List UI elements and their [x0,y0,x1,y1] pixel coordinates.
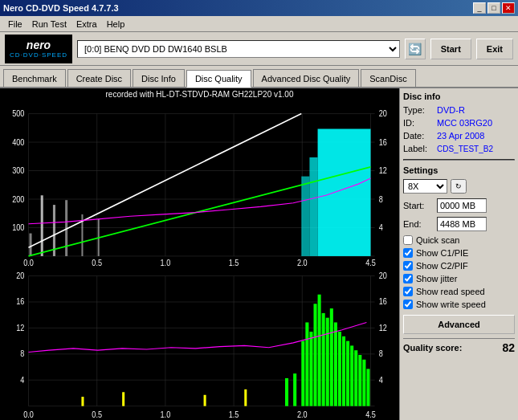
svg-rect-74 [314,304,317,406]
menu-file[interactable]: File [3,18,27,31]
svg-rect-87 [366,369,369,406]
svg-text:1.5: 1.5 [229,258,239,267]
svg-text:500: 500 [12,108,25,118]
show-jitter-label: Show jitter [416,274,457,283]
tab-createdisc[interactable]: Create Disc [67,69,131,87]
show-c2pif-row[interactable]: Show C2/PIF [403,261,515,271]
svg-text:1.0: 1.0 [161,410,171,419]
drive-select-area: [0:0] BENQ DVD DD DW1640 BSLB [77,40,400,58]
logo: nero CD·DVD·SPEED [5,35,72,63]
svg-text:12: 12 [16,323,24,332]
exit-button[interactable]: Exit [476,39,513,59]
maximize-button[interactable]: □ [487,2,500,14]
disc-type-label: Type: [403,105,434,115]
chart-title: recorded with HL-DT-STDVD-RAM GH22LP20 v… [0,88,399,100]
svg-text:8: 8 [20,349,25,359]
svg-text:2.0: 2.0 [297,410,308,419]
svg-text:0.5: 0.5 [92,410,102,419]
svg-rect-81 [342,336,345,406]
show-write-checkbox[interactable] [403,300,413,309]
show-write-row[interactable]: Show write speed [403,300,515,309]
svg-text:16: 16 [16,297,25,307]
svg-rect-78 [330,308,333,406]
show-c1pie-row[interactable]: Show C1/PIE [403,248,515,258]
svg-text:20: 20 [379,271,388,280]
menu-bar: File Run Test Extra Help [0,16,518,32]
refresh-button[interactable]: 🔄 [405,39,426,59]
start-input[interactable] [437,198,487,213]
tab-scandisc[interactable]: ScanDisc [361,69,415,87]
svg-text:16: 16 [379,297,388,307]
svg-rect-72 [305,322,308,406]
quality-label: Quality score: [403,343,462,353]
menu-runtest[interactable]: Run Test [27,18,71,31]
show-c2pif-checkbox[interactable] [403,261,413,271]
show-read-checkbox[interactable] [403,287,413,296]
main-content: recorded with HL-DT-STDVD-RAM GH22LP20 v… [0,88,518,420]
minimize-button[interactable]: _ [473,2,486,14]
disc-date-value: 23 Apr 2008 [437,131,484,141]
window-controls[interactable]: _ □ ✕ [473,2,515,14]
menu-extra[interactable]: Extra [71,18,102,31]
start-label: Start: [403,201,434,210]
logo-sub: CD·DVD·SPEED [10,51,67,59]
svg-rect-76 [322,313,325,406]
disc-info-title: Disc info [403,92,515,101]
disc-label-value: CDS_TEST_B2 [437,145,493,153]
disc-id-row: ID: MCC 03RG20 [403,118,515,128]
speed-refresh-button[interactable]: ↻ [451,179,467,194]
svg-text:200: 200 [12,194,25,204]
show-c1pie-checkbox[interactable] [403,248,413,258]
tab-advanceddiscquality[interactable]: Advanced Disc Quality [253,69,360,87]
title-bar: Nero CD-DVD Speed 4.7.7.3 _ □ ✕ [0,0,518,16]
svg-rect-34 [53,205,55,256]
show-read-row[interactable]: Show read speed [403,287,515,296]
show-c2pif-label: Show C2/PIF [416,261,468,271]
svg-rect-91 [244,389,247,406]
svg-text:16: 16 [379,137,388,147]
disc-date-label: Date: [403,131,434,141]
svg-text:4: 4 [379,375,384,385]
show-jitter-row[interactable]: Show jitter [403,274,515,283]
svg-rect-30 [309,157,317,256]
svg-text:0.0: 0.0 [23,258,34,267]
svg-rect-90 [204,395,206,406]
svg-text:8: 8 [379,194,384,204]
svg-rect-83 [350,345,353,406]
svg-rect-89 [122,392,124,406]
svg-rect-85 [358,355,361,406]
svg-rect-86 [362,360,365,406]
right-panel: Disc info Type: DVD-R ID: MCC 03RG20 Dat… [399,88,518,420]
svg-rect-33 [41,195,43,256]
svg-rect-88 [81,397,84,406]
tab-discquality[interactable]: Disc Quality [186,70,251,88]
svg-text:12: 12 [379,165,388,175]
start-button[interactable]: Start [430,39,471,59]
svg-text:4: 4 [20,375,25,385]
svg-rect-31 [301,177,309,256]
quick-scan-label: Quick scan [416,235,459,245]
svg-rect-80 [338,332,341,406]
end-input[interactable] [437,217,487,231]
chart-area: recorded with HL-DT-STDVD-RAM GH22LP20 v… [0,88,399,420]
quick-scan-row[interactable]: Quick scan [403,235,515,245]
svg-rect-75 [318,295,321,406]
drive-select[interactable]: [0:0] BENQ DVD DD DW1640 BSLB [77,40,400,58]
quality-value: 82 [502,341,515,354]
show-c1pie-label: Show C1/PIE [416,248,468,258]
svg-text:4.5: 4.5 [365,410,376,419]
quick-scan-checkbox[interactable] [403,235,413,245]
show-jitter-checkbox[interactable] [403,274,413,283]
disc-type-row: Type: DVD-R [403,105,515,115]
tab-discinfo[interactable]: Disc Info [133,69,185,87]
svg-rect-73 [309,332,312,406]
disc-type-value: DVD-R [437,105,465,115]
close-button[interactable]: ✕ [502,2,515,14]
advanced-button[interactable]: Advanced [403,315,515,334]
speed-select[interactable]: 8X 4X 6X MAX [403,179,447,194]
svg-text:1.0: 1.0 [161,258,171,267]
disc-date-row: Date: 23 Apr 2008 [403,131,515,141]
tab-benchmark[interactable]: Benchmark [3,69,66,87]
menu-help[interactable]: Help [102,18,130,31]
svg-text:300: 300 [12,165,25,175]
